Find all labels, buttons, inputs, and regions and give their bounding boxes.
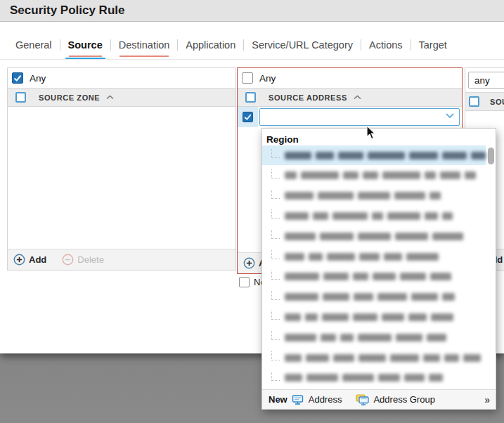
- new-address-button[interactable]: Address: [309, 394, 342, 405]
- check-icon: [13, 74, 22, 82]
- region-dropdown-item[interactable]: [262, 267, 486, 287]
- tab-bar: General Source Destination Application S…: [0, 35, 504, 55]
- tab-application[interactable]: Application: [186, 39, 235, 51]
- source-user-select-all-checkbox[interactable]: [469, 96, 479, 107]
- sort-ascending-icon: [106, 95, 114, 100]
- tab-separator: [243, 39, 244, 51]
- region-dropdown-item[interactable]: [262, 186, 486, 206]
- tab-destination[interactable]: Destination: [119, 39, 170, 51]
- redacted-text: [285, 192, 441, 200]
- source-address-combobox-input[interactable]: [260, 109, 459, 125]
- tab-separator: [361, 39, 361, 51]
- region-dropdown-list[interactable]: [262, 145, 496, 389]
- negate-checkbox[interactable]: [239, 277, 250, 287]
- region-dropdown-item[interactable]: [262, 327, 486, 347]
- source-zone-any-label: Any: [30, 73, 46, 84]
- sort-ascending-icon: [354, 95, 361, 100]
- region-dropdown-item[interactable]: [262, 226, 486, 246]
- dialog-title: Security Policy Rule: [10, 4, 124, 18]
- tree-branch-icon: [271, 271, 280, 280]
- new-address-group-button[interactable]: Address Group: [373, 394, 434, 405]
- tree-branch-icon: [271, 230, 280, 239]
- tabbar-divider: [0, 59, 504, 60]
- chevron-down-icon[interactable]: [445, 112, 455, 119]
- source-zone-select-all-checkbox[interactable]: [15, 92, 26, 103]
- dropdown-scrollbar-thumb[interactable]: [488, 148, 494, 164]
- more-options-chevrons[interactable]: »: [484, 394, 489, 405]
- region-dropdown-item[interactable]: [262, 389, 486, 389]
- tree-branch-icon: [271, 372, 280, 381]
- source-user-any-select[interactable]: any: [468, 72, 504, 89]
- region-group-header: Region: [262, 129, 496, 145]
- source-zone-add-button[interactable]: Add: [13, 254, 46, 266]
- source-zone-column-header[interactable]: SOURCE ZONE: [39, 93, 114, 102]
- region-dropdown-item[interactable]: [262, 368, 486, 388]
- region-dropdown-item[interactable]: [262, 307, 486, 327]
- tree-branch-icon: [271, 250, 280, 259]
- source-address-new-row: [238, 107, 462, 127]
- address-group-icon: [356, 394, 369, 405]
- redacted-text: [285, 152, 486, 160]
- region-dropdown-item[interactable]: [262, 145, 486, 165]
- source-zone-any-checkbox[interactable]: [12, 72, 23, 84]
- source-address-any-checkbox[interactable]: [242, 72, 253, 84]
- source-address-row-checkbox-cell: [238, 107, 258, 127]
- region-dropdown-item[interactable]: [262, 247, 486, 266]
- source-zone-list[interactable]: [8, 107, 235, 249]
- redacted-text: [285, 233, 463, 240]
- add-icon: [243, 257, 255, 269]
- tab-general[interactable]: General: [15, 39, 52, 51]
- source-address-column-header[interactable]: SOURCE ADDRESS: [269, 93, 361, 102]
- source-zone-panel: Any SOURCE ZONE Add Delete: [7, 67, 236, 271]
- add-icon: [13, 254, 25, 266]
- tree-branch-icon: [271, 351, 280, 360]
- source-address-any-label: Any: [259, 73, 276, 84]
- address-object-icon: [292, 394, 304, 405]
- source-user-column-header[interactable]: SOURCE USER: [490, 98, 504, 106]
- region-dropdown-item[interactable]: [262, 166, 486, 186]
- tab-source[interactable]: Source: [68, 39, 103, 51]
- tab-error-indicator: [69, 56, 102, 57]
- redacted-text: [285, 354, 481, 362]
- redacted-text: [285, 212, 453, 220]
- redacted-text: [285, 313, 453, 321]
- source-address-combobox[interactable]: [259, 108, 460, 126]
- new-label: New: [269, 394, 287, 405]
- tree-branch-icon: [271, 149, 280, 158]
- delete-icon: [62, 254, 74, 266]
- tab-separator: [110, 39, 111, 51]
- redacted-text: [285, 374, 443, 382]
- region-dropdown: Region New Address Address Group »: [261, 128, 496, 410]
- region-dropdown-item[interactable]: [262, 348, 486, 367]
- tab-service-url-category[interactable]: Service/URL Category: [252, 39, 353, 51]
- redacted-text: [285, 273, 451, 280]
- tree-branch-icon: [271, 209, 280, 219]
- tree-branch-icon: [271, 190, 280, 199]
- tab-actions[interactable]: Actions: [369, 39, 403, 51]
- tree-branch-icon: [271, 331, 280, 340]
- source-zone-delete-button[interactable]: Delete: [62, 254, 104, 266]
- tree-branch-icon: [271, 311, 280, 320]
- tab-separator: [60, 39, 60, 51]
- source-address-select-all-checkbox[interactable]: [245, 92, 256, 103]
- redacted-text: [285, 171, 476, 179]
- tab-error-indicator: [119, 56, 169, 57]
- check-icon: [244, 113, 252, 121]
- region-dropdown-item[interactable]: [262, 287, 486, 307]
- tree-branch-icon: [271, 291, 280, 300]
- tab-separator: [177, 39, 178, 51]
- region-dropdown-item[interactable]: [262, 206, 486, 226]
- dialog-titlebar: Security Policy Rule: [0, 0, 504, 22]
- tree-branch-icon: [271, 169, 280, 178]
- tab-separator: [411, 39, 411, 51]
- dropdown-footer: New Address Address Group »: [262, 389, 496, 409]
- redacted-text: [285, 293, 455, 301]
- tab-target[interactable]: Target: [419, 39, 447, 51]
- source-address-row-checkbox[interactable]: [243, 112, 253, 122]
- redacted-text: [285, 334, 446, 341]
- redacted-text: [285, 253, 439, 261]
